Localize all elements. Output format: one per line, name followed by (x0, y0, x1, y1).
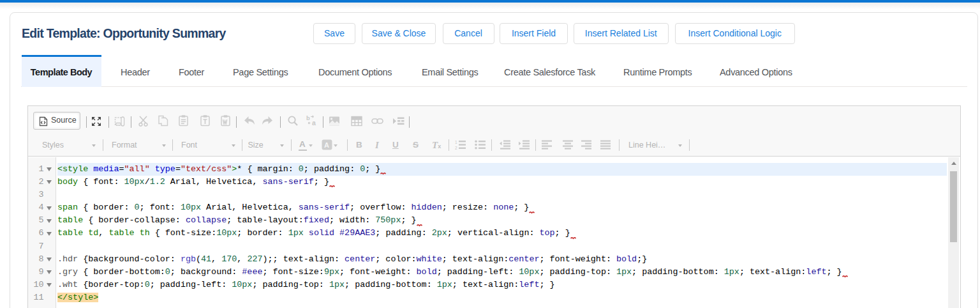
svg-text:2: 2 (455, 145, 457, 150)
svg-text:A: A (324, 141, 329, 148)
svg-text:1: 1 (455, 140, 457, 144)
svg-text:a: a (312, 119, 316, 127)
svg-text:b: b (306, 114, 310, 121)
